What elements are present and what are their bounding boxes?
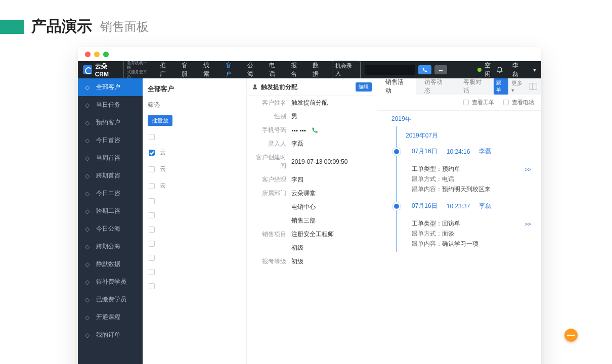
list-item[interactable] [148,130,241,144]
expand-button[interactable]: >> [524,166,531,172]
timeline-user[interactable]: 李磊 [479,202,491,210]
slide-title-row: 产品演示 销售面板 [0,0,612,47]
checkbox[interactable] [149,166,155,172]
nav-线索[interactable]: 线索 [199,59,219,80]
window-close-dot[interactable] [85,52,91,57]
nav-客服[interactable]: 客服 [178,59,197,80]
nav-数据[interactable]: 数据 [309,59,328,80]
hangup-button[interactable] [434,65,448,74]
sidebar-item-已缴费学员[interactable]: ◇已缴费学员 [78,291,143,308]
chevron-down-icon[interactable]: ▾ [533,66,536,73]
tab-访客动态[interactable]: 访客动态 [416,78,455,95]
timeline-user[interactable]: 李磊 [479,147,491,156]
list-item[interactable] [148,194,241,208]
person-icon [252,84,258,90]
filter-call[interactable]: 查看电话 [503,99,534,106]
list-item[interactable]: 云 [148,144,241,161]
timeline-item: 07月16日10:23:37李磊工单类型：回访单>>跟单方式：面谈跟单内容：确认… [391,198,531,252]
sidebar-item-待补费学员[interactable]: ◇待补费学员 [78,273,143,291]
phone-icon[interactable] [311,127,318,134]
list-item[interactable] [148,265,241,279]
batch-release-button[interactable]: 批量放 [148,115,172,126]
list-item[interactable] [148,222,241,237]
activity-panel: 销售活动访客动态客服对话 跟单 更多 ▾ 查看工单 查看电话 2019年 201… [377,78,541,364]
call-button[interactable] [418,65,431,74]
detail-field: 初级 [247,241,377,255]
chat-icon: ◇ [85,155,91,162]
follow-tag[interactable]: 跟单 [494,78,508,95]
tab-客服对话[interactable]: 客服对话 [455,78,494,95]
filter-label[interactable]: 筛选 [148,101,241,109]
checkbox[interactable] [149,198,155,204]
nav-公海[interactable]: 公海 [243,59,263,80]
timeline-node-icon [394,204,399,209]
user-icon: ◇ [85,119,91,126]
list-item[interactable]: 云 [148,177,241,194]
sidebar-item-预约客户[interactable]: ◇预约客户 [78,114,143,131]
sidebar-item-我的订单[interactable]: ◇我的订单 [78,326,143,344]
sidebar: ◇全部客户◇当日任务◇预约客户◇今日首咨◇当周首咨◇跨期首咨◇今日二咨◇跨期二咨… [78,78,143,364]
brand-icon [83,65,92,74]
accent-block [0,20,24,34]
filter-ticket[interactable]: 查看工单 [463,99,494,106]
bell-icon[interactable] [496,66,503,74]
user-icon: ◇ [85,84,91,91]
checkbox[interactable] [149,226,155,233]
window-min-dot[interactable] [94,52,100,57]
topbar: 云朵CRM 教育机构一站 式服务云平台 推广客服线索客户公海电话报名数据 机会录… [78,61,541,78]
timeline-type: 工单类型：预约单 [412,165,460,173]
help-fab[interactable]: — [564,329,578,342]
customer-detail-panel: 触发提前分配 编辑 客户姓名触发提前分配性别男手机号码▪▪▪ ▪▪▪录入人李磊客… [247,78,377,364]
sidebar-item-全部客户[interactable]: ◇全部客户 [78,78,143,96]
sidebar-item-跨期公海[interactable]: ◇跨期公海 [78,238,143,255]
checkbox[interactable] [149,255,155,261]
sidebar-item-静默数据[interactable]: ◇静默数据 [78,255,143,273]
tab-销售活动[interactable]: 销售活动 [377,78,416,95]
phone-icon [422,67,427,73]
sidebar-item-跨期二咨[interactable]: ◇跨期二咨 [78,202,143,220]
nav-报名[interactable]: 报名 [287,59,307,80]
brand-sub: 教育机构一站 式服务云平台 [123,61,151,79]
window-max-dot[interactable] [103,52,109,57]
detail-field: 所属部门云朵课堂 [247,187,377,200]
list-item[interactable] [148,279,241,293]
customer-rows: 云云云 [148,130,241,293]
edit-button[interactable]: 编辑 [356,82,372,92]
sidebar-item-开通课程[interactable]: ◇开通课程 [78,308,143,326]
checkbox[interactable] [149,283,155,289]
sidebar-item-当周首咨[interactable]: ◇当周首咨 [78,149,143,167]
sidebar-item-今日公海[interactable]: ◇今日公海 [78,220,143,238]
nav-客户[interactable]: 客户 [222,59,241,80]
checkbox[interactable] [149,269,155,275]
detail-field: 客户创建时间2019-07-13 00:09:50 [247,151,377,173]
list-item[interactable] [148,251,241,265]
slide-title: 产品演示 [31,16,92,37]
checkbox[interactable] [149,212,155,218]
activity-timeline: 2019年 2019年07月 07月16日10:24:16李磊工单类型：预约单>… [377,111,541,262]
nav-推广[interactable]: 推广 [156,59,176,80]
list-item[interactable]: 云 [148,161,241,177]
agent-status[interactable]: 空闲 [477,61,496,78]
detail-field: 电销中心 [247,200,377,214]
list-item[interactable] [148,208,241,222]
expand-button[interactable]: >> [524,221,531,227]
sidebar-item-今日首咨[interactable]: ◇今日首咨 [78,131,143,149]
layout-icon[interactable] [530,83,537,90]
user-name[interactable]: 李磊 [512,61,524,78]
checkbox[interactable] [149,241,155,247]
more-menu[interactable]: 更多 ▾ [511,79,526,94]
search-input[interactable] [365,65,415,75]
timeline-item: 07月16日10:24:16李磊工单类型：预约单>>跟单方式：电话跟单内容：预约… [391,143,531,198]
sidebar-item-当日任务[interactable]: ◇当日任务 [78,96,143,114]
checkbox[interactable] [149,183,155,189]
nav-电话[interactable]: 电话 [265,59,285,80]
opportunity-button[interactable]: 机会录入 [332,61,361,79]
db-icon: ◇ [85,261,91,268]
fee-icon: ◇ [85,296,91,303]
checkbox[interactable] [149,134,155,140]
checkbox[interactable] [149,150,155,156]
list-item[interactable] [148,237,241,251]
timeline-node-icon [394,149,399,154]
sidebar-item-今日二咨[interactable]: ◇今日二咨 [78,185,143,202]
sidebar-item-跨期首咨[interactable]: ◇跨期首咨 [78,167,143,185]
